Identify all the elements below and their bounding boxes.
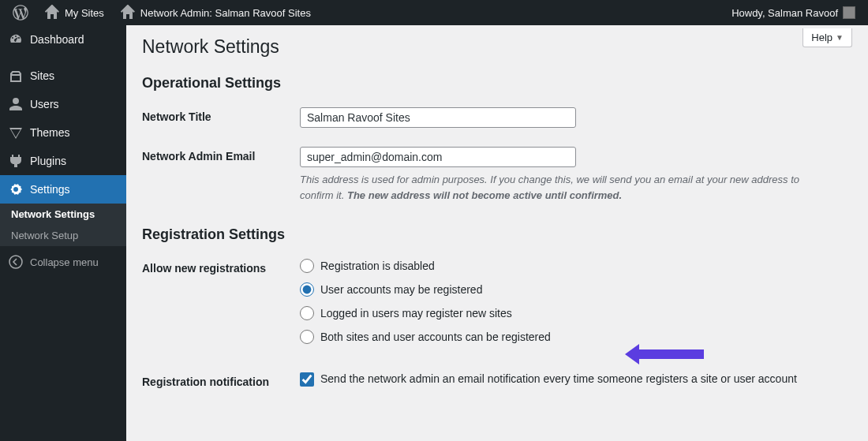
- menu-label: Plugins: [30, 155, 66, 167]
- site-title-link[interactable]: Network Admin: Salman Ravoof Sites: [114, 0, 317, 25]
- network-title-input[interactable]: [300, 107, 576, 128]
- collapse-icon: [8, 254, 24, 270]
- registration-heading: Registration Settings: [142, 212, 852, 249]
- admin-email-input[interactable]: [300, 147, 576, 167]
- reg-option-label: Registration is disabled: [320, 260, 435, 272]
- submenu-network-settings[interactable]: Network Settings: [0, 204, 126, 225]
- settings-icon: [8, 181, 24, 197]
- reg-radio-all[interactable]: [300, 330, 314, 344]
- reg-radio-user[interactable]: [300, 282, 314, 297]
- reg-option-none[interactable]: Registration is disabled: [300, 259, 844, 273]
- menu-label: Sites: [30, 69, 54, 82]
- allow-reg-label: Allow new registrations: [142, 249, 300, 363]
- menu-dashboard[interactable]: Dashboard: [0, 25, 126, 54]
- menu-themes[interactable]: Themes: [0, 118, 126, 147]
- collapse-menu[interactable]: Collapse menu: [0, 246, 126, 278]
- wordpress-icon: [13, 5, 28, 21]
- reg-notify-option[interactable]: Send the network admin an email notifica…: [300, 372, 844, 387]
- reg-option-blog[interactable]: Logged in users may register new sites: [300, 306, 844, 320]
- howdy-text: Howdy, Salman Ravoof: [731, 7, 838, 19]
- reg-notify-checkbox[interactable]: [300, 372, 314, 387]
- dashboard-icon: [8, 32, 24, 47]
- admin-email-description: This address is used for admin purposes.…: [300, 172, 821, 203]
- reg-option-user[interactable]: User accounts may be registered: [300, 282, 844, 297]
- home-icon: [120, 5, 136, 21]
- sites-icon: [8, 68, 24, 84]
- operational-heading: Operational Settings: [142, 61, 852, 98]
- themes-icon: [8, 125, 24, 140]
- reg-option-label: Logged in users may register new sites: [320, 307, 512, 320]
- reg-notify-text: Send the network admin an email notifica…: [320, 372, 797, 385]
- my-sites-link[interactable]: My Sites: [38, 0, 110, 25]
- plugins-icon: [8, 153, 24, 169]
- avatar: [843, 6, 855, 19]
- reg-notify-label: Registration notification: [142, 363, 300, 401]
- submenu-network-setup[interactable]: Network Setup: [0, 225, 126, 246]
- main-content: Help ▼ Network Settings Operational Sett…: [126, 25, 868, 441]
- users-icon: [8, 96, 24, 112]
- network-title-label: Network Title: [142, 98, 300, 137]
- reg-option-label: User accounts may be registered: [320, 283, 482, 296]
- menu-settings[interactable]: Settings: [0, 175, 126, 204]
- site-title-text: Network Admin: Salman Ravoof Sites: [140, 7, 311, 19]
- admin-email-label: Network Admin Email: [142, 137, 300, 212]
- chevron-down-icon: ▼: [836, 33, 844, 42]
- help-label: Help: [811, 32, 832, 43]
- menu-label: Users: [30, 98, 59, 110]
- menu-label: Settings: [30, 183, 70, 196]
- menu-plugins[interactable]: Plugins: [0, 147, 126, 175]
- admin-bar: My Sites Network Admin: Salman Ravoof Si…: [0, 0, 868, 25]
- admin-sidebar: Dashboard Sites Users Themes Plugins Set…: [0, 25, 126, 441]
- reg-radio-none[interactable]: [300, 259, 314, 273]
- menu-users[interactable]: Users: [0, 90, 126, 118]
- howdy-link[interactable]: Howdy, Salman Ravoof: [725, 0, 862, 25]
- collapse-label: Collapse menu: [30, 256, 99, 268]
- reg-radio-blog[interactable]: [300, 306, 314, 320]
- my-sites-text: My Sites: [65, 7, 104, 19]
- wp-logo[interactable]: [6, 0, 35, 25]
- home-icon: [44, 5, 60, 21]
- menu-sites[interactable]: Sites: [0, 62, 126, 90]
- svg-point-0: [9, 256, 22, 268]
- help-tab[interactable]: Help ▼: [803, 28, 852, 47]
- reg-option-all[interactable]: Both sites and user accounts can be regi…: [300, 330, 844, 344]
- menu-label: Themes: [30, 126, 70, 139]
- page-title: Network Settings: [142, 25, 852, 61]
- menu-label: Dashboard: [30, 33, 84, 46]
- reg-option-label: Both sites and user accounts can be regi…: [320, 331, 551, 343]
